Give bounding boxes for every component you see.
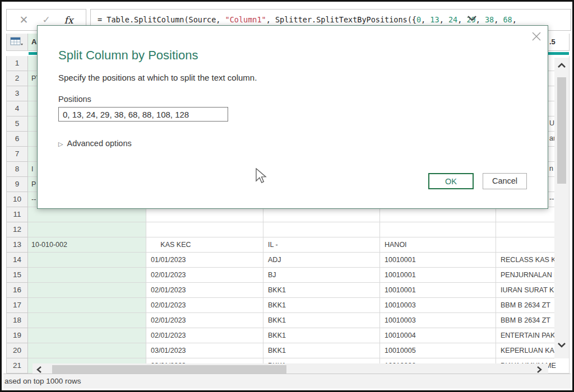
mouse-cursor xyxy=(255,168,269,185)
select-all-header[interactable] xyxy=(6,34,28,51)
cell[interactable]: BKK1 xyxy=(263,313,380,328)
cell[interactable] xyxy=(263,207,380,222)
formula-segment: , Splitter.SplitTextByPositions({ xyxy=(266,15,416,24)
close-icon[interactable] xyxy=(531,31,541,41)
row-number[interactable]: 12 xyxy=(6,222,28,237)
cell[interactable]: 10010005 xyxy=(380,343,496,358)
fx-icon[interactable]: fx xyxy=(64,15,73,26)
cell[interactable]: 03/01/2023 xyxy=(146,343,263,358)
formula-commit-icon[interactable]: ✓ xyxy=(42,14,50,26)
cell[interactable]: 10010003 xyxy=(380,298,496,313)
table-row: 1702/01/2023BKK110010003BBM B 2634 ZT xyxy=(6,298,570,313)
cell[interactable] xyxy=(28,343,146,358)
table-row: 2003/01/2023BKK110010005KEPERLUAN KA xyxy=(6,343,570,358)
row-number[interactable]: 6 xyxy=(6,132,28,147)
row-number[interactable]: 3 xyxy=(6,86,28,101)
row-number[interactable]: 9 xyxy=(6,177,28,192)
table-row: 1310-010-002 KAS KECIL -HANOI xyxy=(6,237,570,253)
cell[interactable] xyxy=(146,207,263,222)
cell[interactable]: 02/01/2023 xyxy=(146,283,263,298)
cell[interactable]: 10010001 xyxy=(380,268,496,283)
row-number[interactable]: 21 xyxy=(6,358,28,374)
cell[interactable]: KAS KEC xyxy=(146,237,263,253)
cell[interactable]: 01/01/2023 xyxy=(146,253,263,268)
formula-expand-chevron-icon[interactable] xyxy=(467,15,477,21)
cell[interactable] xyxy=(28,298,146,313)
row-number[interactable]: 17 xyxy=(6,298,28,313)
cell[interactable]: BKK1 xyxy=(263,283,380,298)
cell[interactable] xyxy=(380,222,496,237)
vertical-scroll-thumb[interactable] xyxy=(557,77,566,184)
horizontal-scroll-thumb[interactable] xyxy=(52,365,286,374)
formula-segment: , xyxy=(494,15,503,24)
formula-segment: , xyxy=(421,15,430,24)
row-number[interactable]: 7 xyxy=(6,147,28,162)
formula-segment: 24 xyxy=(448,15,457,24)
cell[interactable]: 10010004 xyxy=(380,328,496,343)
cell[interactable]: HANOI xyxy=(380,237,496,253)
cell[interactable] xyxy=(380,207,496,222)
scroll-up-icon[interactable] xyxy=(557,62,566,69)
positions-label: Positions xyxy=(58,95,91,104)
table-row: 11 xyxy=(6,207,570,222)
row-number[interactable]: 11 xyxy=(6,207,28,222)
dialog-title: Split Column by Positions xyxy=(58,48,198,63)
row-number[interactable]: 2 xyxy=(6,71,28,86)
row-number[interactable]: 14 xyxy=(6,253,28,268)
cell[interactable]: BKK1 xyxy=(263,298,380,313)
row-number[interactable]: 1 xyxy=(6,56,28,71)
cell[interactable]: 02/01/2023 xyxy=(146,298,263,313)
cell[interactable] xyxy=(28,313,146,328)
cell[interactable] xyxy=(28,253,146,268)
row-number[interactable]: 20 xyxy=(6,343,28,358)
row-number[interactable]: 4 xyxy=(6,101,28,116)
cell[interactable]: 02/01/2023 xyxy=(146,328,263,343)
formula-segment: , xyxy=(512,15,517,24)
cell[interactable]: IL - xyxy=(263,237,380,253)
formula-segment: , xyxy=(476,15,485,24)
scroll-down-icon[interactable] xyxy=(557,342,566,348)
row-number[interactable]: 15 xyxy=(6,268,28,283)
cell[interactable]: 10-010-002 xyxy=(28,237,146,253)
cell[interactable] xyxy=(28,283,146,298)
cell[interactable]: BJ xyxy=(263,268,380,283)
formula-segment: , xyxy=(457,15,466,24)
row-number[interactable]: 19 xyxy=(6,328,28,343)
formula-segment: 68 xyxy=(503,15,512,24)
formula-cancel-icon[interactable]: ✕ xyxy=(19,13,28,26)
cell[interactable]: 10010001 xyxy=(380,283,496,298)
cell[interactable]: 10010001 xyxy=(380,253,496,268)
cell[interactable] xyxy=(28,328,146,343)
cell[interactable] xyxy=(28,222,146,237)
cell[interactable]: BKK1 xyxy=(263,328,380,343)
vertical-scrollbar[interactable] xyxy=(554,58,569,358)
positions-input[interactable] xyxy=(58,107,228,122)
cell[interactable] xyxy=(28,207,146,222)
cell[interactable]: 02/01/2023 xyxy=(146,313,263,328)
cell[interactable]: 10010003 xyxy=(380,313,496,328)
ok-button[interactable]: OK xyxy=(428,173,474,189)
row-number[interactable]: 10 xyxy=(6,192,28,207)
cell[interactable] xyxy=(28,268,146,283)
split-column-dialog: Split Column by Positions Specify the po… xyxy=(37,25,548,209)
chevron-right-icon: ▷ xyxy=(58,141,63,147)
table-icon[interactable] xyxy=(10,37,24,47)
formula-segment: = Table.SplitColumn(Source, xyxy=(98,15,225,24)
row-number[interactable]: 5 xyxy=(6,116,28,132)
formula-segment: , xyxy=(439,15,448,24)
cell[interactable] xyxy=(146,222,263,237)
row-number[interactable]: 18 xyxy=(6,313,28,328)
scroll-right-icon[interactable] xyxy=(536,366,543,374)
cell[interactable]: BKK1 xyxy=(263,343,380,358)
advanced-options-toggle[interactable]: ▷Advanced options xyxy=(58,139,132,148)
formula-segment: 38 xyxy=(485,15,494,24)
cell[interactable]: ADJ xyxy=(263,253,380,268)
cancel-button[interactable]: Cancel xyxy=(483,173,527,189)
cell[interactable] xyxy=(263,222,380,237)
advanced-options-label: Advanced options xyxy=(67,139,131,148)
row-number[interactable]: 16 xyxy=(6,283,28,298)
row-number[interactable]: 13 xyxy=(6,237,28,253)
row-number[interactable]: 8 xyxy=(6,162,28,177)
scroll-left-icon[interactable] xyxy=(36,366,43,374)
cell[interactable]: 02/01/2023 xyxy=(146,268,263,283)
